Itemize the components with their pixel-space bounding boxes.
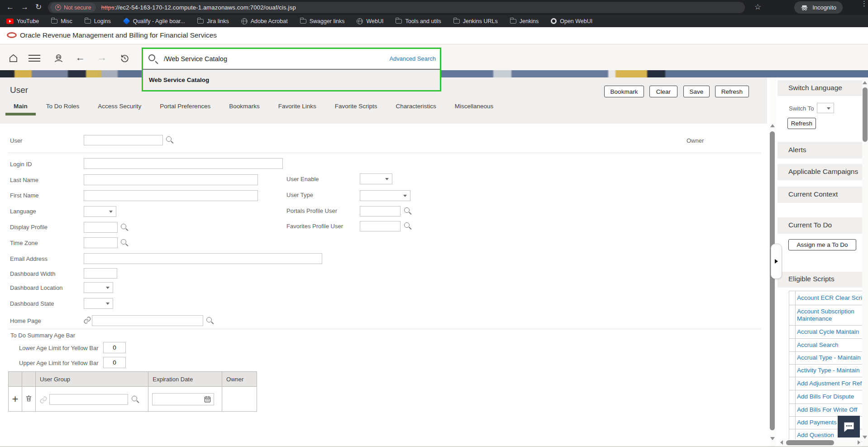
bookmark-jenkins[interactable]: Jenkins — [510, 18, 539, 24]
bookmark-youtube[interactable]: YouTube — [6, 18, 39, 24]
tab-miscellaneous[interactable]: Miscellaneous — [447, 103, 502, 113]
bookmark-adobe[interactable]: Adobe Acrobat — [241, 18, 288, 24]
user-group-search-icon[interactable] — [132, 396, 137, 401]
divider — [8, 329, 761, 329]
search-input[interactable] — [164, 49, 363, 69]
bookmark-star-icon[interactable]: ☆ — [754, 2, 761, 12]
switch-to-select[interactable] — [817, 103, 834, 113]
bookmark-qualify[interactable]: Qualify - Agile boar... — [123, 18, 185, 24]
not-secure-badge[interactable]: ✕Not secure — [50, 3, 96, 12]
home-page-search-icon[interactable] — [206, 317, 212, 322]
upper-age-input[interactable]: 0 — [103, 357, 126, 368]
script-row[interactable]: Add Bills For Dispute — [789, 390, 862, 404]
home-icon[interactable] — [8, 53, 19, 63]
delete-row-cell[interactable] — [22, 387, 35, 412]
bookmark-misc[interactable]: Misc — [51, 18, 72, 24]
sidebar-scroll-left-icon[interactable] — [780, 440, 783, 445]
bookmark-jira-links[interactable]: Jira links — [197, 18, 229, 24]
menu-icon[interactable] — [29, 55, 40, 62]
search-icon — [148, 54, 155, 61]
scroll-down-icon[interactable] — [770, 437, 775, 440]
script-row[interactable]: Account Subscription Maintenance — [789, 305, 862, 326]
bookmark-webui[interactable]: WebUI — [357, 18, 383, 24]
script-row[interactable]: Add Adjustment For Refu — [789, 377, 862, 390]
folder-icon — [510, 19, 516, 24]
tab-favorite-links[interactable]: Favorite Links — [270, 103, 324, 113]
assign-todo-button[interactable]: Assign me a To Do — [788, 239, 856, 250]
tab-favorite-scripts[interactable]: Favorite Scripts — [327, 103, 386, 113]
advanced-search-link[interactable]: Advanced Search — [389, 55, 436, 62]
home-page-input[interactable] — [92, 315, 203, 326]
tab-portal-preferences[interactable]: Portal Preferences — [152, 103, 219, 113]
favorites-profile-input[interactable] — [360, 221, 401, 231]
section-current-context: Current Context — [777, 187, 862, 203]
bookmark-jenkins-urls[interactable]: Jenkins URLs — [453, 18, 498, 24]
sidebar-collapse-handle[interactable] — [771, 244, 782, 279]
tab-todo-roles[interactable]: To Do Roles — [38, 103, 88, 113]
login-id-input[interactable] — [84, 158, 283, 169]
add-icon[interactable]: + — [9, 393, 22, 405]
forward-icon[interactable]: → — [97, 52, 107, 63]
script-row[interactable]: Activity Type - Maintain — [789, 365, 862, 377]
sidebar-refresh-button[interactable]: Refresh — [787, 118, 816, 129]
email-input[interactable] — [84, 253, 322, 264]
sidebar-scrollbar-thumb[interactable] — [863, 87, 868, 142]
save-button[interactable]: Save — [683, 86, 710, 97]
trash-icon[interactable] — [25, 394, 33, 403]
first-name-input[interactable] — [84, 190, 258, 201]
tab-access-security[interactable]: Access Security — [90, 103, 149, 113]
calendar-icon[interactable] — [204, 395, 211, 405]
script-row[interactable]: Accrual Type - Maintain — [789, 352, 862, 365]
main-scrollbar-thumb[interactable] — [770, 131, 775, 430]
browser-menu-icon[interactable]: ⋮ — [861, 2, 863, 5]
bookmark-open-webui[interactable]: Open WebUI — [551, 18, 592, 24]
portals-profile-input[interactable] — [360, 206, 401, 216]
browser-forward-icon[interactable]: → — [21, 2, 29, 13]
user-input[interactable] — [84, 135, 163, 145]
user-search-icon[interactable] — [166, 136, 172, 142]
sidebar-hscrollbar[interactable] — [779, 439, 861, 446]
sidebar-hscrollbar-thumb[interactable] — [786, 440, 834, 445]
refresh-button[interactable]: Refresh — [715, 86, 749, 97]
lower-age-input[interactable]: 0 — [103, 342, 126, 353]
script-row[interactable]: Accrual Search — [789, 339, 862, 352]
display-profile-input[interactable] — [84, 222, 118, 233]
script-row[interactable]: Account ECR Clear Script — [789, 291, 862, 305]
sidebar-scroll-down-icon[interactable] — [863, 436, 867, 439]
browser-reload-icon[interactable]: ↻ — [35, 2, 42, 13]
dashboard-location-select[interactable] — [84, 282, 113, 293]
dashboard-state-select[interactable] — [84, 298, 113, 309]
back-icon[interactable]: ← — [76, 52, 85, 63]
bookmark-swagger[interactable]: Swagger links — [300, 18, 345, 24]
user-enable-select[interactable] — [360, 173, 392, 184]
language-select[interactable] — [84, 206, 116, 217]
sidebar-scroll-up-icon[interactable] — [863, 81, 867, 84]
search-suggestion[interactable]: Web Service Catalog — [143, 69, 440, 90]
time-zone-search-icon[interactable] — [121, 239, 126, 245]
dashboard-width-input[interactable] — [84, 268, 117, 279]
bookmark-logins[interactable]: Logins — [85, 18, 111, 24]
clear-button[interactable]: Clear — [649, 86, 677, 97]
scroll-up-icon[interactable] — [770, 124, 775, 127]
time-zone-input[interactable] — [84, 237, 118, 248]
script-row[interactable]: Add Bills For Write Off — [789, 404, 862, 417]
url-bar[interactable]: ✕Not secure https://ec2-54-163-170-12.co… — [48, 2, 745, 13]
tab-characteristics[interactable]: Characteristics — [388, 103, 444, 113]
last-name-input[interactable] — [84, 174, 258, 185]
display-profile-search-icon[interactable] — [121, 224, 126, 229]
history-icon[interactable] — [119, 53, 130, 63]
tab-bookmarks[interactable]: Bookmarks — [221, 103, 268, 113]
admin-user-icon[interactable] — [53, 53, 64, 63]
bookmark-tools[interactable]: Tools and utils — [396, 18, 441, 24]
sidebar-scroll-right-icon[interactable] — [858, 440, 860, 445]
favorites-profile-search-icon[interactable] — [404, 222, 410, 228]
portals-profile-search-icon[interactable] — [404, 207, 410, 213]
user-group-input[interactable] — [49, 394, 128, 405]
browser-back-icon[interactable]: ← — [6, 2, 14, 13]
bookmark-button[interactable]: Bookmark — [604, 86, 644, 97]
add-row-cell[interactable]: + — [9, 387, 22, 412]
tab-main[interactable]: Main — [5, 103, 36, 115]
user-type-select[interactable] — [360, 190, 410, 201]
chat-widget-button[interactable] — [838, 416, 860, 437]
script-row[interactable]: Accrual Cycle Maintain — [789, 326, 862, 339]
